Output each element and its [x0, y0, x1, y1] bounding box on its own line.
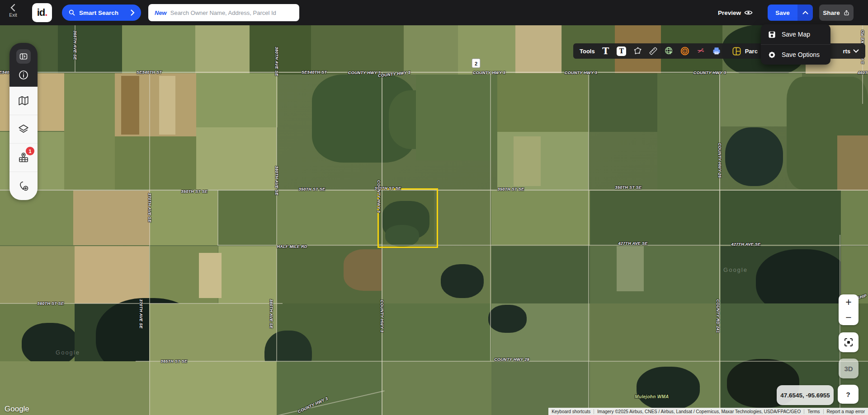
terrain-patch — [277, 361, 382, 415]
panel-toggle-icon — [19, 52, 28, 61]
road-label: SE340TH ST — [302, 70, 327, 75]
zoom-in-button[interactable]: + — [839, 294, 859, 310]
zoom-out-button[interactable]: − — [839, 310, 859, 325]
terrain-patch — [488, 305, 527, 333]
road-label: Google — [723, 266, 748, 273]
road-line — [490, 72, 491, 361]
terrain-patch — [841, 191, 868, 245]
road-label: 350TH ST SE — [498, 187, 524, 191]
terrain-patch — [196, 73, 278, 127]
terrain-patch — [590, 73, 657, 132]
parcel-layout-icon — [732, 47, 741, 56]
terrain-patch — [159, 76, 175, 135]
road-label: SE340TH ST — [137, 70, 162, 75]
road-label: COUNTY RD 241 — [716, 299, 720, 333]
keyboard-shortcuts-link[interactable]: Keyboard shortcuts — [548, 409, 594, 414]
pin-add-icon — [18, 180, 29, 192]
search-box: New — [148, 4, 299, 21]
eye-icon — [744, 9, 753, 16]
search-input[interactable] — [170, 9, 295, 17]
terrain-patch — [22, 323, 78, 366]
smart-search-button[interactable]: Smart Search — [62, 5, 141, 21]
save-options-toggle[interactable] — [797, 5, 813, 21]
print-tool[interactable] — [712, 46, 722, 56]
terrain-patch — [514, 136, 541, 186]
sidebar-item-basemap[interactable] — [9, 87, 38, 115]
sidebar-item-add-location[interactable] — [9, 172, 38, 200]
buffer-tool[interactable] — [680, 46, 690, 56]
save-options-item[interactable]: Save Options — [761, 44, 830, 65]
road-label: 350TH ST SE — [615, 185, 642, 190]
terrain-patch — [491, 246, 590, 303]
save-map-item[interactable]: Save Map — [761, 24, 830, 44]
save-button[interactable]: Save — [768, 5, 797, 21]
text-box-tool[interactable]: T — [617, 46, 627, 56]
road-label: 460T — [858, 70, 868, 75]
road-label: 365TH AVE SE — [73, 30, 77, 60]
terrain-patch — [590, 191, 720, 245]
search-icon — [68, 9, 75, 16]
terrain-patch — [436, 191, 491, 245]
polygon-tool[interactable] — [632, 46, 642, 56]
terrain-patch — [721, 303, 841, 361]
recenter-button[interactable] — [839, 332, 859, 352]
map-icon — [18, 95, 29, 107]
road-line — [0, 72, 868, 73]
sidebar-item-layers[interactable] — [9, 115, 38, 143]
logo-dot: . — [45, 7, 47, 19]
sidebar-item-panel-toggle[interactable] — [16, 49, 31, 64]
road-line — [217, 245, 868, 246]
chevron-up-icon — [802, 11, 808, 14]
terrain-patch — [149, 303, 277, 361]
share-button[interactable]: Share — [819, 5, 854, 21]
parcels-badge: 1 — [26, 147, 34, 155]
geolocate-tool[interactable] — [664, 46, 674, 56]
road-label: COUNTY HWY 3 — [348, 70, 381, 75]
terrain-patch — [441, 264, 484, 298]
reports-group[interactable]: rts — [843, 48, 859, 55]
save-dropdown-menu: Save Map Save Options — [761, 24, 830, 65]
satellite-map-canvas[interactable]: 2 SE340TH STSE340TH STSE340TH STCOUNTY H… — [0, 0, 868, 415]
save-split-button: Save — [768, 5, 813, 21]
terrain-patch — [404, 18, 459, 75]
road-line — [719, 72, 720, 415]
sidebar-item-parcels[interactable]: 1 — [9, 143, 38, 172]
report-error-link[interactable]: Report a map error — [823, 409, 868, 414]
parcels-group[interactable]: Parc — [732, 47, 758, 56]
terrain-patch — [590, 246, 721, 303]
chevron-left-icon — [9, 4, 17, 12]
terms-link[interactable]: Terms — [804, 409, 823, 414]
help-button[interactable]: ? — [838, 385, 859, 404]
3d-toggle-button[interactable]: 3D — [839, 359, 859, 378]
road-label: 365TH ST SE — [161, 359, 188, 364]
cut-tool[interactable]: ✂ — [696, 46, 706, 56]
terrain-patch — [277, 191, 382, 245]
road-label: 360TH ST SE — [38, 301, 64, 306]
road-label: COUNTY HWY 3 — [473, 70, 505, 75]
terrain-patch — [491, 191, 590, 245]
globe-cursor-icon — [664, 46, 674, 56]
ruler-icon — [648, 46, 658, 56]
measure-tool[interactable] — [648, 46, 658, 56]
app-logo[interactable]: id. — [32, 3, 52, 22]
road-label: HALF MILE RD — [277, 244, 307, 249]
tools-label: Tools — [580, 48, 595, 55]
preview-button[interactable]: Preview — [718, 0, 753, 25]
concentric-rings-icon — [680, 46, 690, 56]
text-tool[interactable]: T — [601, 46, 611, 56]
terrain-patch — [382, 361, 491, 415]
terrain-patch — [721, 191, 841, 245]
road-label: COUNTY HWY 3 — [380, 300, 384, 332]
exit-button[interactable]: Exit — [5, 4, 21, 22]
reports-label: rts — [843, 48, 850, 55]
polygon-icon — [632, 46, 642, 56]
road-label: 370TH AVE SE — [147, 193, 152, 222]
gear-icon — [768, 51, 776, 59]
terrain-patch — [250, 18, 313, 75]
selected-parcel-outline[interactable] — [377, 188, 438, 248]
terrain-patch — [0, 191, 73, 245]
printer-icon — [712, 46, 722, 56]
terrain-patch — [64, 73, 115, 190]
sidebar-item-info[interactable] — [18, 70, 29, 80]
top-bar: Exit id. Smart Search New Preview Save S… — [0, 0, 868, 25]
